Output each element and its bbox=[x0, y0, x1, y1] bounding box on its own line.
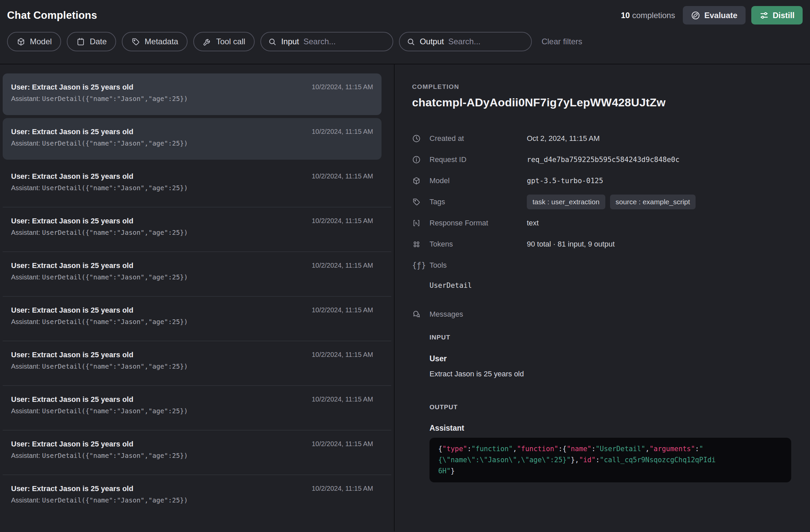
output-search-input[interactable] bbox=[448, 37, 524, 46]
filter-date-label: Date bbox=[90, 37, 107, 46]
detail-row-model: Model gpt-3.5-turbo-0125 bbox=[412, 176, 791, 197]
row-assistant-code: UserDetail({"name":"Jason","age":25}) bbox=[42, 229, 188, 236]
row-timestamp: 10/2/2024, 11:15 AM bbox=[312, 351, 373, 359]
filter-model[interactable]: Model bbox=[7, 32, 61, 51]
model-label: Model bbox=[430, 176, 527, 185]
clear-filters-button[interactable]: Clear filters bbox=[541, 37, 582, 46]
row-assistant-prefix: Assistant: bbox=[11, 407, 42, 415]
detail-row-response-format: Response Format text bbox=[412, 218, 791, 239]
row-assistant-text: Assistant: UserDetail({"name":"Jason","a… bbox=[11, 496, 330, 504]
search-icon bbox=[406, 37, 416, 46]
tokens-value: 90 total · 81 input, 9 output bbox=[527, 239, 615, 249]
completion-list-row[interactable]: User: Extract Jason is 25 years oldAssis… bbox=[0, 475, 394, 520]
code-segment: , bbox=[645, 445, 649, 453]
row-assistant-prefix: Assistant: bbox=[11, 184, 42, 192]
chat-completions-page: Chat Completions 10 completions Evaluate bbox=[0, 0, 810, 532]
row-assistant-text: Assistant: UserDetail({"name":"Jason","a… bbox=[11, 229, 330, 236]
code-line: 6H"} bbox=[438, 466, 782, 477]
distill-button[interactable]: Distill bbox=[751, 6, 803, 24]
row-assistant-text: Assistant: UserDetail({"name":"Jason","a… bbox=[11, 139, 330, 147]
completion-list-row[interactable]: User: Extract Jason is 25 years oldAssis… bbox=[0, 73, 394, 118]
row-assistant-prefix: Assistant: bbox=[11, 496, 42, 504]
detail-row-tools: {ƒ} Tools bbox=[412, 261, 791, 270]
row-user-text: User: Extract Jason is 25 years old bbox=[11, 395, 330, 404]
completion-list-row[interactable]: User: Extract Jason is 25 years oldAssis… bbox=[0, 252, 394, 297]
output-section-label: OUTPUT bbox=[430, 403, 791, 411]
code-segment: : bbox=[596, 456, 600, 464]
code-segment: "id" bbox=[579, 456, 596, 464]
completion-details: Created at Oct 2, 2024, 11:15 AM Request… bbox=[412, 134, 791, 319]
input-section-label: INPUT bbox=[430, 334, 791, 341]
code-segment: "function" bbox=[517, 445, 558, 453]
completion-list-row[interactable]: User: Extract Jason is 25 years oldAssis… bbox=[0, 341, 394, 386]
input-search-input[interactable] bbox=[303, 37, 386, 46]
completion-list-row[interactable]: User: Extract Jason is 25 years oldAssis… bbox=[0, 430, 394, 475]
tokens-label: Tokens bbox=[430, 239, 527, 249]
row-user-text: User: Extract Jason is 25 years old bbox=[11, 351, 330, 359]
evaluate-button[interactable]: Evaluate bbox=[683, 6, 746, 24]
code-segment: {\"name\":\"Jason\",\"age\":25}" bbox=[438, 456, 571, 464]
page-header: Chat Completions 10 completions Evaluate bbox=[0, 0, 810, 64]
completions-list: User: Extract Jason is 25 years oldAssis… bbox=[0, 64, 394, 531]
code-segment: 6H" bbox=[438, 467, 451, 475]
row-timestamp: 10/2/2024, 11:15 AM bbox=[312, 262, 373, 269]
distill-button-label: Distill bbox=[773, 11, 795, 20]
completion-list-row[interactable]: User: Extract Jason is 25 years oldAssis… bbox=[0, 118, 394, 163]
code-segment: } bbox=[451, 467, 455, 475]
tag-icon bbox=[131, 37, 140, 46]
filter-tool-call[interactable]: Tool call bbox=[193, 32, 255, 51]
row-assistant-text: Assistant: UserDetail({"name":"Jason","a… bbox=[11, 318, 330, 326]
request-id-value: req_d4e7ba759225b595c584243d9c848e0c bbox=[527, 155, 679, 164]
page-title: Chat Completions bbox=[7, 10, 97, 21]
row-timestamp: 10/2/2024, 11:15 AM bbox=[312, 306, 373, 314]
created-at-value: Oct 2, 2024, 11:15 AM bbox=[527, 134, 600, 143]
row-user-text: User: Extract Jason is 25 years old bbox=[11, 172, 330, 181]
cube-icon bbox=[16, 37, 26, 46]
row-timestamp: 10/2/2024, 11:15 AM bbox=[312, 128, 373, 135]
row-timestamp: 10/2/2024, 11:15 AM bbox=[312, 172, 373, 180]
output-search-pill[interactable]: Output bbox=[399, 32, 532, 51]
tag-icon bbox=[412, 198, 421, 206]
completion-list-row[interactable]: User: Extract Jason is 25 years oldAssis… bbox=[0, 207, 394, 252]
row-assistant-prefix: Assistant: bbox=[11, 95, 42, 102]
row-assistant-prefix: Assistant: bbox=[11, 363, 42, 370]
code-segment: "function" bbox=[471, 445, 513, 453]
row-assistant-code: UserDetail({"name":"Jason","age":25}) bbox=[42, 496, 188, 504]
filter-date[interactable]: Date bbox=[67, 32, 116, 51]
row-assistant-text: Assistant: UserDetail({"name":"Jason","a… bbox=[11, 273, 330, 281]
code-line: {\"name\":\"Jason\",\"age\":25}"},"id":"… bbox=[438, 454, 782, 466]
code-segment: }, bbox=[571, 456, 579, 464]
row-assistant-code: UserDetail({"name":"Jason","age":25}) bbox=[42, 139, 188, 147]
messages-label: Messages bbox=[430, 310, 527, 319]
request-id-label: Request ID bbox=[430, 155, 527, 164]
tool-name: UserDetail bbox=[430, 281, 791, 289]
input-search-pill[interactable]: Input bbox=[260, 32, 393, 51]
code-segment: "type" bbox=[442, 445, 467, 453]
row-timestamp: 10/2/2024, 11:15 AM bbox=[312, 440, 373, 448]
row-user-text: User: Extract Jason is 25 years old bbox=[11, 128, 330, 136]
row-assistant-code: UserDetail({"name":"Jason","age":25}) bbox=[42, 318, 188, 326]
completion-list-row[interactable]: User: Extract Jason is 25 years oldAssis… bbox=[0, 386, 394, 430]
output-search-label: Output bbox=[420, 37, 444, 46]
row-assistant-prefix: Assistant: bbox=[11, 139, 42, 147]
row-assistant-text: Assistant: UserDetail({"name":"Jason","a… bbox=[11, 363, 330, 370]
code-segment: { bbox=[438, 445, 442, 453]
completion-section-label: COMPLETION bbox=[412, 83, 791, 90]
wrench-icon bbox=[202, 37, 212, 46]
created-at-label: Created at bbox=[430, 134, 527, 143]
completion-list-row[interactable]: User: Extract Jason is 25 years oldAssis… bbox=[0, 297, 394, 341]
code-segment: "UserDetail" bbox=[596, 445, 645, 453]
completions-count: 10 completions bbox=[621, 11, 675, 20]
completion-list-row[interactable]: User: Extract Jason is 25 years oldAssis… bbox=[0, 163, 394, 207]
row-assistant-code: UserDetail({"name":"Jason","age":25}) bbox=[42, 273, 188, 281]
completions-count-number: 10 bbox=[621, 11, 630, 20]
filter-metadata[interactable]: Metadata bbox=[122, 32, 188, 51]
completions-count-label: completions bbox=[632, 11, 675, 20]
code-segment: "call_cq5r9NsqozcgChq12qPIdi bbox=[600, 456, 716, 464]
header-top-row: Chat Completions 10 completions Evaluate bbox=[7, 6, 803, 24]
code-segment: "name" bbox=[567, 445, 592, 453]
code-segment: :{ bbox=[558, 445, 567, 453]
detail-row-created-at: Created at Oct 2, 2024, 11:15 AM bbox=[412, 134, 791, 155]
row-user-text: User: Extract Jason is 25 years old bbox=[11, 484, 330, 493]
row-user-text: User: Extract Jason is 25 years old bbox=[11, 306, 330, 315]
